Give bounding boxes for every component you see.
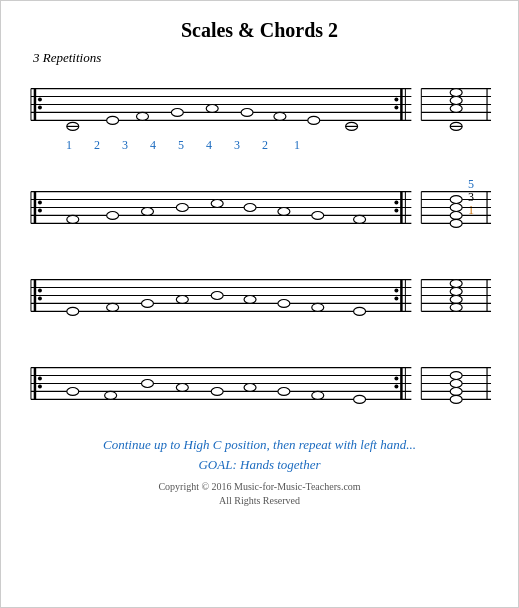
svg-point-90 bbox=[354, 307, 366, 315]
svg-point-66 bbox=[450, 204, 462, 212]
finger-1: 1 bbox=[55, 138, 83, 153]
svg-point-47 bbox=[394, 201, 398, 205]
svg-point-44 bbox=[38, 208, 42, 212]
svg-point-114 bbox=[394, 384, 398, 388]
svg-point-89 bbox=[312, 303, 324, 311]
svg-point-85 bbox=[176, 295, 188, 303]
svg-point-19 bbox=[241, 108, 253, 116]
finger-4: 4 bbox=[139, 138, 167, 153]
finger-2b: 2 bbox=[251, 138, 279, 153]
svg-point-81 bbox=[394, 296, 398, 300]
finger-4b: 4 bbox=[195, 138, 223, 153]
svg-point-119 bbox=[211, 387, 223, 395]
svg-point-80 bbox=[394, 289, 398, 293]
staff-4 bbox=[23, 347, 496, 417]
svg-point-52 bbox=[176, 204, 188, 212]
svg-point-48 bbox=[394, 208, 398, 212]
staff-3 bbox=[23, 259, 496, 329]
svg-point-86 bbox=[211, 292, 223, 300]
finger-1b: 1 bbox=[283, 138, 311, 153]
svg-point-109 bbox=[38, 377, 42, 381]
svg-point-50 bbox=[107, 211, 119, 219]
finger-2: 2 bbox=[83, 138, 111, 153]
svg-point-132 bbox=[450, 380, 462, 388]
repetitions-label: 3 Repetitions bbox=[33, 50, 496, 66]
page-title: Scales & Chords 2 bbox=[23, 19, 496, 42]
svg-point-101 bbox=[450, 303, 462, 311]
goal-line2: GOAL: Hands together bbox=[23, 455, 496, 475]
svg-point-56 bbox=[312, 211, 324, 219]
svg-point-122 bbox=[312, 391, 324, 399]
svg-point-18 bbox=[206, 104, 218, 112]
svg-point-55 bbox=[278, 207, 290, 215]
svg-point-87 bbox=[244, 295, 256, 303]
svg-point-123 bbox=[354, 395, 366, 403]
goal-text: Continue up to High C position, then rep… bbox=[23, 435, 496, 474]
svg-point-32 bbox=[450, 97, 462, 105]
svg-point-31 bbox=[450, 89, 462, 97]
svg-point-82 bbox=[67, 307, 79, 315]
svg-point-133 bbox=[450, 387, 462, 395]
svg-point-113 bbox=[394, 377, 398, 381]
svg-point-118 bbox=[176, 383, 188, 391]
svg-point-33 bbox=[450, 104, 462, 112]
svg-point-134 bbox=[450, 395, 462, 403]
staff-section-3 bbox=[23, 259, 496, 329]
finger-5: 5 bbox=[167, 138, 195, 153]
svg-point-131 bbox=[450, 372, 462, 380]
svg-point-100 bbox=[450, 295, 462, 303]
finger-3: 3 bbox=[111, 138, 139, 153]
svg-point-68 bbox=[450, 219, 462, 227]
staff-section-1: 1 2 3 4 5 4 3 2 1 5 3 1 bbox=[23, 68, 496, 153]
svg-point-115 bbox=[67, 387, 79, 395]
svg-point-98 bbox=[450, 280, 462, 288]
svg-point-83 bbox=[107, 303, 119, 311]
svg-point-76 bbox=[38, 289, 42, 293]
svg-point-8 bbox=[38, 105, 42, 109]
svg-point-11 bbox=[394, 98, 398, 102]
svg-point-117 bbox=[141, 380, 153, 388]
svg-point-54 bbox=[244, 204, 256, 212]
goal-line1: Continue up to High C position, then rep… bbox=[23, 435, 496, 455]
svg-point-7 bbox=[38, 98, 42, 102]
svg-point-120 bbox=[244, 383, 256, 391]
copyright: Copyright © 2016 Music-for-Music-Teacher… bbox=[23, 480, 496, 508]
svg-point-17 bbox=[171, 108, 183, 116]
finger-3b: 3 bbox=[223, 138, 251, 153]
staff-1 bbox=[23, 68, 496, 138]
svg-point-84 bbox=[141, 299, 153, 307]
svg-point-88 bbox=[278, 299, 290, 307]
svg-point-121 bbox=[278, 387, 290, 395]
sheet-music-page: Scales & Chords 2 3 Repetitions bbox=[0, 0, 519, 608]
svg-point-110 bbox=[38, 384, 42, 388]
staff-section-4 bbox=[23, 347, 496, 417]
svg-point-116 bbox=[105, 391, 117, 399]
copyright-line2: All Rights Reserved bbox=[23, 494, 496, 508]
svg-point-16 bbox=[137, 112, 149, 120]
svg-point-12 bbox=[394, 105, 398, 109]
svg-point-99 bbox=[450, 288, 462, 296]
svg-point-43 bbox=[38, 201, 42, 205]
svg-point-20 bbox=[274, 112, 286, 120]
svg-point-67 bbox=[450, 211, 462, 219]
svg-point-15 bbox=[107, 116, 119, 124]
svg-point-51 bbox=[141, 207, 153, 215]
copyright-line1: Copyright © 2016 Music-for-Music-Teacher… bbox=[23, 480, 496, 494]
svg-point-53 bbox=[211, 200, 223, 208]
svg-point-57 bbox=[354, 215, 366, 223]
svg-point-21 bbox=[308, 116, 320, 124]
staff-section-2 bbox=[23, 171, 496, 241]
svg-point-77 bbox=[38, 296, 42, 300]
staff-2 bbox=[23, 171, 496, 241]
svg-point-65 bbox=[450, 196, 462, 204]
svg-point-49 bbox=[67, 215, 79, 223]
